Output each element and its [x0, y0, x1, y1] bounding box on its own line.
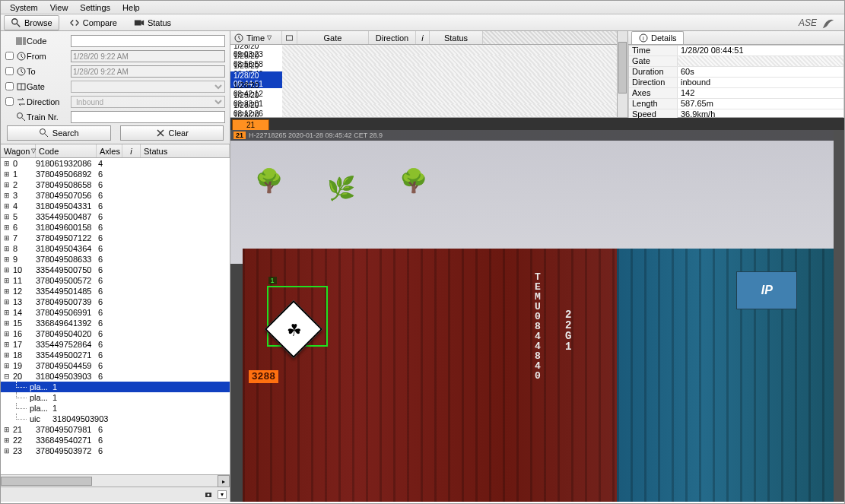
det-gate-k: Gate	[629, 56, 678, 66]
image-vscroll[interactable]	[834, 130, 844, 502]
col-code[interactable]: Code	[39, 147, 59, 156]
container-type-text: 22G1	[562, 309, 574, 351]
record-row[interactable]: 1/28/20 08:12:26	[230, 104, 627, 114]
details-tab[interactable]: i Details	[631, 31, 684, 44]
det-length-k: Length	[629, 99, 678, 109]
wagon-row[interactable]: ⊞153368496413926	[1, 318, 230, 328]
wagon-child-row[interactable]: pla...1	[1, 403, 230, 414]
wagon-row[interactable]: ⊞09180619320864	[1, 158, 230, 169]
container-photo: 🌳🌿🌳 3288 1 ☘ TEMU0844840 22G1 IP	[230, 130, 834, 502]
record-row[interactable]: 1/28/20 08:44:51	[230, 74, 627, 84]
wagon-row[interactable]: ⊞193780495044596	[1, 360, 230, 371]
wagon-row[interactable]: ⊞213780495079816	[1, 424, 230, 435]
train-nr-label: Train Nr.	[27, 113, 71, 122]
wagon-row[interactable]: ⊞173354497528646	[1, 339, 230, 350]
compare-button[interactable]: Compare	[62, 15, 124, 30]
wagon-row[interactable]: ⊞13780495068926	[1, 169, 230, 179]
wagon-row[interactable]: ⊞63180496001586	[1, 222, 230, 233]
wagon-row[interactable]: ⊞53354495004876	[1, 211, 230, 222]
search-button[interactable]: Search	[7, 125, 111, 141]
magnifier-icon	[39, 128, 49, 138]
wagon-row[interactable]: ⊞33780495070566	[1, 190, 230, 201]
clock-icon	[16, 66, 27, 77]
wagon-row[interactable]: ⊞83180495043646	[1, 243, 230, 254]
wagon-row[interactable]: ⊞43180495043316	[1, 201, 230, 211]
col-info[interactable]: i	[130, 147, 132, 156]
det-time-v: 1/28/20 08:44:51	[678, 46, 843, 55]
wagon-child-row[interactable]: uic318049503903	[1, 414, 230, 424]
svg-point-0	[12, 18, 17, 24]
clear-button[interactable]: Clear	[120, 125, 224, 141]
gate-icon	[16, 81, 27, 92]
filter-panel: Code From To	[1, 31, 230, 144]
svg-line-1	[17, 23, 20, 26]
status-button[interactable]: Status	[127, 15, 178, 30]
from-input[interactable]	[71, 50, 225, 62]
code-input[interactable]	[71, 35, 225, 47]
train-nr-input[interactable]	[71, 111, 225, 123]
image-viewport[interactable]: 🌳🌿🌳 3288 1 ☘ TEMU0844840 22G1 IP 21 H-22	[230, 130, 834, 502]
wagon-child-row[interactable]: pla...1	[1, 392, 230, 403]
to-check[interactable]	[5, 67, 14, 75]
menu-help[interactable]: Help	[116, 3, 146, 12]
direction-check[interactable]	[5, 97, 14, 106]
brand-text: ASE	[799, 17, 817, 28]
wagon-row[interactable]: ⊞23780495086586	[1, 179, 230, 190]
wagon-list[interactable]: ⊞09180619320864⊞13780495068926⊞237804950…	[1, 158, 230, 474]
gate-select[interactable]	[71, 81, 225, 93]
menu-view[interactable]: View	[44, 3, 75, 12]
menu-settings[interactable]: Settings	[74, 3, 116, 12]
col-wagon[interactable]: Wagon	[4, 147, 30, 156]
wagon-row[interactable]: ⊞93780495086336	[1, 254, 230, 265]
wagon-row[interactable]: ⊞233780495039726	[1, 445, 230, 456]
records-list[interactable]: 1/28/20 09:03:231/28/20 08:56:581/28/20 …	[230, 45, 627, 117]
wagon-row[interactable]: ⊞163780495040206	[1, 328, 230, 339]
col-axles[interactable]: Axles	[100, 147, 120, 156]
image-tab-21[interactable]: 21	[232, 119, 269, 130]
browse-button[interactable]: Browse	[4, 15, 59, 30]
rec-col-info[interactable]: i	[421, 33, 423, 43]
svg-line-10	[45, 134, 48, 137]
from-check[interactable]	[5, 52, 14, 60]
det-duration-v: 60s	[678, 67, 843, 77]
det-direction-k: Direction	[629, 78, 678, 87]
info-icon: i	[638, 33, 649, 43]
rec-col-gate[interactable]: Gate	[324, 33, 342, 43]
wagon-row[interactable]: ⊞143780495069916	[1, 307, 230, 318]
gate-check[interactable]	[5, 82, 14, 90]
record-row[interactable]: 1/28/20 08:09:24	[230, 114, 627, 117]
rec-col-direction[interactable]: Direction	[376, 33, 408, 43]
svg-line-8	[22, 118, 25, 121]
wagon-row[interactable]: ⊞133780495007396	[1, 296, 230, 307]
image-overlay-bar: 21 H-22718265 2020-01-28 09:45:42 CET 28…	[230, 130, 834, 141]
rec-col-time[interactable]: Time	[246, 33, 265, 43]
image-tabstrip: 21	[230, 118, 844, 130]
wagon-row[interactable]: ⊞223368495402716	[1, 435, 230, 445]
menu-system[interactable]: System	[4, 3, 44, 12]
record-row[interactable]: 1/28/20 08:42:12	[230, 84, 627, 94]
gate-icon	[285, 33, 294, 43]
dropdown-toggle[interactable]: ▾	[218, 490, 227, 499]
rec-col-status[interactable]: Status	[444, 33, 468, 43]
det-length-v: 587.65m	[678, 99, 843, 109]
det-duration-k: Duration	[629, 67, 678, 77]
wagon-hscroll[interactable]: ▸	[1, 474, 230, 487]
wagon-child-row[interactable]: pla...1	[1, 382, 230, 392]
svg-text:i: i	[643, 35, 644, 42]
wagon-row[interactable]: ⊞113780495005726	[1, 275, 230, 286]
col-status[interactable]: Status	[144, 147, 167, 156]
record-row[interactable]: 1/28/20 09:03:23	[230, 45, 627, 55]
wagon-row[interactable]: ⊞183354495002716	[1, 350, 230, 360]
records-vscroll[interactable]	[617, 31, 627, 117]
record-row[interactable]: 1/28/20 08:56:58	[230, 55, 627, 65]
direction-select[interactable]: Inbound	[71, 96, 225, 108]
wagon-row[interactable]: ⊞103354495007506	[1, 265, 230, 275]
to-input[interactable]	[71, 65, 225, 78]
wagon-row[interactable]: ⊞73780495071226	[1, 233, 230, 243]
clear-button-label: Clear	[169, 128, 189, 138]
wagon-row[interactable]: ⊞123354495014856	[1, 286, 230, 296]
record-row[interactable]: 1/28/20 08:33:01	[230, 94, 627, 104]
camera-small-icon[interactable]	[204, 490, 214, 500]
record-row[interactable]: 1/28/20 08:47:42	[230, 65, 627, 74]
wagon-row[interactable]: ⊟203180495039036	[1, 371, 230, 382]
